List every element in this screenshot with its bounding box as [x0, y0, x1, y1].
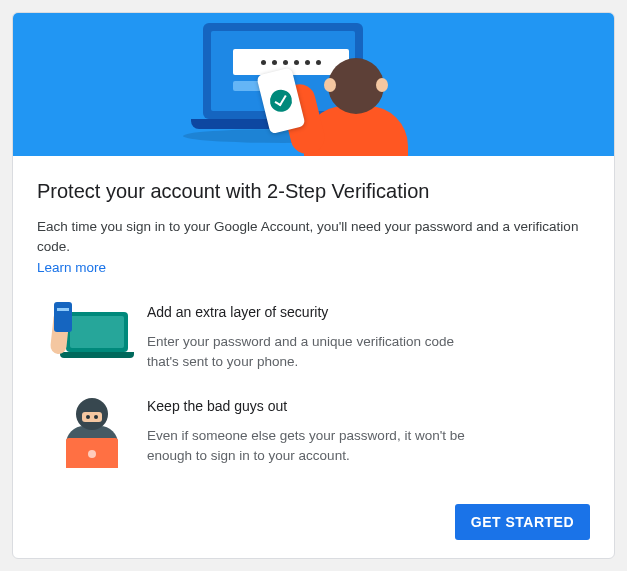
feature-title: Add an extra layer of security — [147, 304, 487, 320]
page-title: Protect your account with 2-Step Verific… — [37, 180, 590, 203]
two-step-card: Protect your account with 2-Step Verific… — [12, 12, 615, 559]
hero-illustration — [13, 13, 614, 156]
feature-title: Keep the bad guys out — [147, 398, 487, 414]
feature-desc: Enter your password and a unique verific… — [147, 332, 487, 373]
person-icon — [298, 58, 418, 156]
phone-laptop-icon — [52, 304, 132, 368]
feature-extra-security: Add an extra layer of security Enter you… — [37, 304, 590, 373]
get-started-button[interactable]: GET STARTED — [455, 504, 590, 540]
feature-desc: Even if someone else gets your password,… — [147, 426, 487, 467]
learn-more-link[interactable]: Learn more — [37, 260, 106, 275]
checkmark-icon — [268, 87, 295, 114]
intro-text: Each time you sign in to your Google Acc… — [37, 219, 578, 254]
feature-keep-out: Keep the bad guys out Even if someone el… — [37, 398, 590, 468]
hacker-icon — [52, 398, 132, 468]
